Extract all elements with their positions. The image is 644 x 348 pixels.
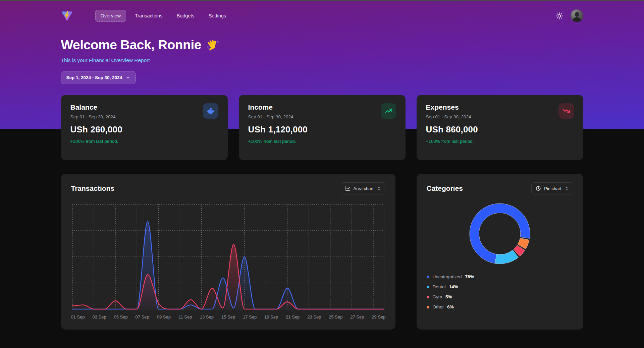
x-tick-label: 23 Sep <box>307 314 321 320</box>
balance-icon-box <box>203 103 218 119</box>
legend-pct: 6% <box>447 304 454 309</box>
expenses-card-period: Sep 01 - Sep 30, 2024 <box>426 114 471 119</box>
legend-item-other: Other6% <box>427 304 573 309</box>
x-tick-label: 25 Sep <box>329 314 342 320</box>
categories-panel: Categories Pie chart Uncategorized76%Den… <box>417 174 583 330</box>
income-card: Income Sep 01 - Sep 30, 2024 USh 1,120,0… <box>239 95 406 160</box>
legend-label: Dental <box>433 284 446 289</box>
categories-panel-title: Categories <box>427 184 463 192</box>
chevron-down-icon <box>125 75 130 80</box>
theme-toggle-button[interactable] <box>555 12 563 20</box>
nav-item-transactions[interactable]: Transactions <box>129 10 168 22</box>
x-tick-label: 11 Sep <box>178 314 192 320</box>
x-tick-label: 13 Sep <box>200 314 213 320</box>
balance-delta: +100% from last period. <box>70 139 218 144</box>
legend-dot <box>427 286 429 288</box>
expenses-amount: USh 860,000 <box>426 124 574 135</box>
nav-links: Overview Transactions Budgets Settings <box>95 10 232 22</box>
legend-item-uncategorized: Uncategorized76% <box>427 274 573 279</box>
income-icon-box <box>381 103 396 119</box>
nav-right-group <box>555 9 583 22</box>
legend-pct: 14% <box>449 284 458 289</box>
categories-donut-chart <box>427 203 573 264</box>
area-chart-svg: 01 Sep03 Sep05 Sep07 Sep09 Sep11 Sep13 S… <box>71 202 385 321</box>
legend-dot <box>427 296 429 298</box>
income-card-title: Income <box>248 103 293 111</box>
expenses-card: Expenses Sep 01 - Sep 30, 2024 USh 860,0… <box>417 95 583 160</box>
income-amount: USh 1,120,000 <box>248 124 396 135</box>
sun-icon <box>555 12 563 20</box>
line-chart-icon <box>345 186 351 191</box>
hero-subtitle: This is your Financial Overview Report <box>61 57 583 63</box>
x-tick-label: 27 Sep <box>350 314 364 320</box>
legend-pct: 76% <box>465 274 474 279</box>
legend-dot <box>427 306 429 308</box>
legend-dot <box>427 276 429 278</box>
legend-pct: 5% <box>445 294 452 299</box>
top-navbar: Overview Transactions Budgets Settings <box>61 1 583 23</box>
balance-amount: USh 260,000 <box>70 124 218 135</box>
x-tick-label: 05 Sep <box>114 314 127 320</box>
waving-hand-emoji <box>206 38 219 52</box>
chevrons-up-down-icon <box>377 186 381 191</box>
nav-item-settings[interactable]: Settings <box>203 10 231 22</box>
transactions-panel-title: Transactions <box>71 184 115 192</box>
transactions-area-chart: 01 Sep03 Sep05 Sep07 Sep09 Sep11 Sep13 S… <box>71 202 385 322</box>
piggy-bank-icon <box>206 107 215 115</box>
x-tick-label: 03 Sep <box>92 314 106 320</box>
nav-item-overview[interactable]: Overview <box>95 10 126 22</box>
summary-cards-row: Balance Sep 01 - Sep 30, 2024 USh 260 <box>61 95 583 160</box>
trending-down-icon <box>562 107 571 115</box>
expenses-card-title: Expenses <box>426 103 471 111</box>
income-delta: +100% from last period. <box>248 139 396 144</box>
x-axis-ticks: 01 Sep03 Sep05 Sep07 Sep09 Sep11 Sep13 S… <box>71 314 385 320</box>
x-tick-label: 29 Sep <box>372 314 385 320</box>
legend-item-dental: Dental14% <box>427 284 573 289</box>
trending-up-icon <box>384 107 393 115</box>
pie-chart-icon <box>536 186 541 191</box>
x-tick-label: 01 Sep <box>71 314 85 320</box>
x-tick-label: 09 Sep <box>157 314 170 320</box>
legend-item-gym: Gym5% <box>427 294 573 299</box>
categories-legend: Uncategorized76%Dental14%Gym5%Other6% <box>427 274 573 309</box>
page: Overview Transactions Budgets Settings <box>61 0 583 330</box>
avatar-photo <box>571 9 583 22</box>
donut-slice-dental <box>495 250 519 264</box>
expenses-icon-box <box>558 103 574 119</box>
transactions-chart-type-select[interactable]: Area chart <box>341 182 385 194</box>
x-tick-label: 17 Sep <box>243 314 256 320</box>
categories-chart-type-value: Pie chart <box>544 186 561 191</box>
balance-card-title: Balance <box>70 103 116 111</box>
legend-label: Uncategorized <box>433 274 462 279</box>
balance-card: Balance Sep 01 - Sep 30, 2024 USh 260 <box>61 95 228 160</box>
app-logo-icon[interactable] <box>61 10 73 21</box>
income-card-period: Sep 01 - Sep 30, 2024 <box>248 114 293 119</box>
expenses-delta: +100% from last period. <box>426 139 574 144</box>
x-tick-label: 07 Sep <box>135 314 149 320</box>
legend-label: Gym <box>433 294 442 299</box>
categories-chart-type-select[interactable]: Pie chart <box>531 182 573 194</box>
page-title: Welcome Back, Ronnie <box>61 38 201 52</box>
x-tick-label: 15 Sep <box>221 314 235 320</box>
transactions-panel: Transactions Area chart 01 Sep03 Sep05 S… <box>61 174 395 330</box>
window-top-edge <box>0 0 644 1</box>
donut-chart-svg <box>469 203 530 264</box>
date-range-picker[interactable]: Sep 1, 2024 - Sep 30, 2024 <box>61 71 136 84</box>
hero-section: Welcome Back, Ronnie This is your Fin <box>61 38 583 84</box>
legend-label: Other <box>433 304 444 309</box>
chevrons-up-down-icon <box>565 186 569 191</box>
lower-panels-row: Transactions Area chart 01 Sep03 Sep05 S… <box>61 174 583 330</box>
transactions-chart-type-value: Area chart <box>354 186 374 191</box>
date-range-value: Sep 1, 2024 - Sep 30, 2024 <box>66 75 122 80</box>
balance-card-period: Sep 01 - Sep 30, 2024 <box>70 114 116 119</box>
x-tick-label: 21 Sep <box>286 314 300 320</box>
nav-item-budgets[interactable]: Budgets <box>171 10 200 22</box>
user-avatar[interactable] <box>571 9 583 22</box>
x-tick-label: 19 Sep <box>264 314 278 320</box>
